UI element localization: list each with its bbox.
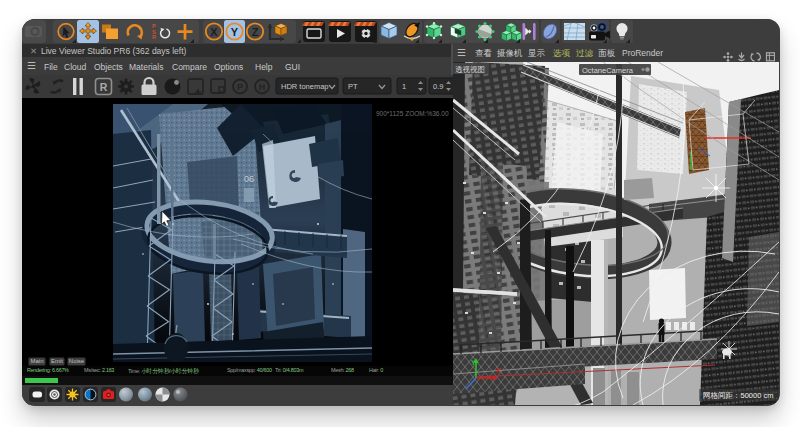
svg-text:X: X bbox=[496, 367, 501, 374]
svg-text:HDR tonemap: HDR tonemap bbox=[281, 82, 329, 91]
svg-text:X: X bbox=[210, 26, 218, 38]
svg-text:P: P bbox=[237, 82, 243, 92]
svg-text:网格间距：50000 cm: 网格间距：50000 cm bbox=[703, 391, 773, 400]
svg-text:OctaneCamera: OctaneCamera bbox=[582, 66, 634, 75]
svg-text:0.9: 0.9 bbox=[433, 82, 443, 91]
svg-text:H: H bbox=[259, 82, 266, 92]
svg-text:1: 1 bbox=[402, 82, 406, 91]
svg-text:06: 06 bbox=[244, 174, 254, 184]
svg-text:透视视图: 透视视图 bbox=[455, 65, 485, 74]
svg-text:Y: Y bbox=[231, 26, 239, 38]
svg-text:R: R bbox=[100, 81, 108, 93]
svg-text:Y: Y bbox=[471, 359, 476, 366]
svg-text:R: R bbox=[152, 34, 156, 40]
svg-text:PT: PT bbox=[348, 82, 358, 91]
svg-text:Z: Z bbox=[252, 26, 259, 38]
